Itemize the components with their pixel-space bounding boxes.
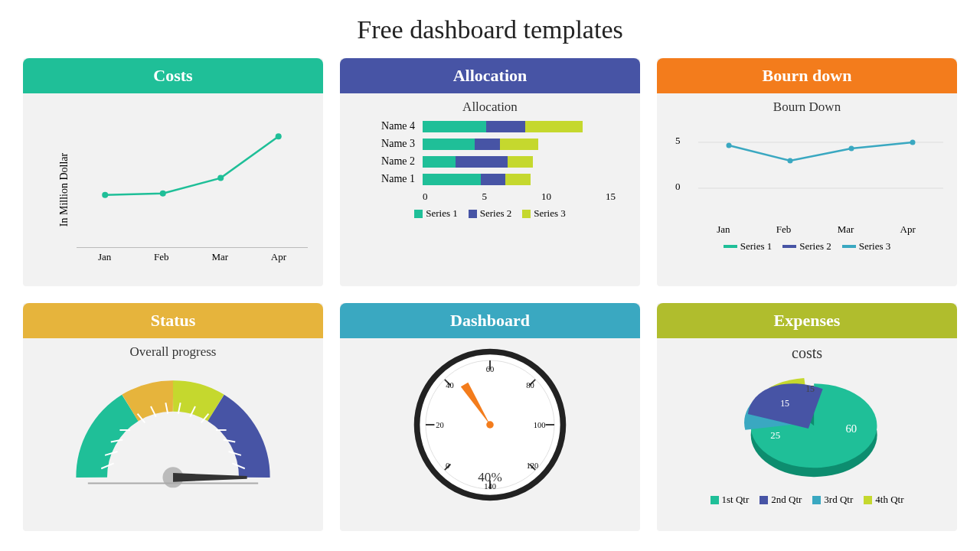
allocation-xtick: 15 — [606, 191, 616, 203]
dashboard-dial: 60 80 100 120 0 20 40 140 40% — [340, 338, 640, 531]
bourn-title: Bourn Down — [666, 99, 948, 115]
legend-label: 4th Qtr — [875, 494, 903, 506]
allocation-row-label: Name 1 — [368, 173, 415, 185]
costs-ylabel: In Million Dollar — [58, 153, 70, 227]
expenses-pie: costs 60 25 15 15 1st Qtr 2nd Qtr 3rd Qt… — [657, 338, 957, 531]
bourn-xlabel: Feb — [776, 223, 792, 236]
card-bourn-header: Bourn down — [657, 58, 957, 93]
pie-slice-label: 25 — [770, 430, 780, 441]
legend-label: Series 2 — [799, 240, 831, 253]
card-costs: Costs In Million Dollar J — [23, 58, 323, 286]
pie-slice-label: 60 — [845, 422, 857, 435]
bourn-xlabel: Jan — [717, 223, 730, 236]
allocation-xtick: 0 — [423, 191, 428, 203]
card-expenses-header: Expenses — [657, 303, 957, 338]
costs-xlabel: Mar — [211, 251, 228, 263]
card-expenses: Expenses costs 60 25 15 15 1st Qtr 2nd Q… — [657, 303, 957, 531]
svg-point-7 — [788, 158, 793, 164]
allocation-title: Allocation — [349, 99, 631, 115]
dial-tick: 120 — [526, 461, 538, 470]
bourn-xlabel: Apr — [900, 223, 916, 236]
allocation-row-label: Name 3 — [368, 138, 415, 150]
legend-label: 1st Qtr — [722, 494, 750, 506]
dial-tick: 100 — [534, 421, 546, 429]
allocation-xtick: 10 — [541, 191, 551, 203]
svg-point-9 — [910, 140, 916, 145]
dial-tick: 0 — [446, 461, 449, 470]
bourn-chart: Bourn Down 5 0 Jan Feb Mar Apr — [657, 93, 957, 286]
legend-label: Series 1 — [426, 207, 458, 220]
bourn-ytick: 5 — [675, 135, 681, 147]
costs-xlabel: Jan — [98, 251, 111, 263]
allocation-chart: Allocation Name 4 Name 3 — [340, 93, 640, 286]
pie-icon: 60 25 15 15 — [723, 367, 891, 489]
costs-xlabel: Apr — [271, 251, 286, 263]
bourn-xlabel: Mar — [838, 223, 854, 236]
gauge-icon — [62, 364, 284, 494]
allocation-row-label: Name 2 — [368, 155, 415, 168]
allocation-row-label: Name 4 — [368, 120, 415, 132]
svg-point-8 — [849, 146, 854, 152]
pie-slice-label: 15 — [780, 398, 789, 409]
svg-point-38 — [486, 421, 494, 429]
status-gauge: Overall progress — [23, 338, 323, 531]
svg-marker-25 — [173, 473, 247, 482]
page-title: Free dashboard templates — [23, 15, 957, 44]
dial-tick: 60 — [486, 365, 495, 373]
dashboard-grid: Costs In Million Dollar J — [23, 58, 957, 531]
legend-label: Series 1 — [740, 240, 773, 253]
card-status-header: Status — [23, 303, 323, 338]
svg-point-6 — [727, 143, 732, 148]
dial-tick: 80 — [526, 381, 534, 390]
pie-slice-label: 15 — [805, 383, 815, 394]
card-dashboard: Dashboard 60 80 100 120 — [340, 303, 640, 531]
card-status: Status Overall progress — [23, 303, 323, 531]
card-dashboard-header: Dashboard — [340, 303, 640, 338]
legend-label: 2nd Qtr — [771, 494, 802, 506]
bourn-ytick: 0 — [675, 181, 681, 193]
costs-xlabel: Feb — [154, 251, 169, 263]
expenses-title: costs — [792, 344, 822, 362]
card-bourn-down: Bourn down Bourn Down 5 0 Jan Feb — [657, 58, 957, 286]
dial-tick: 40 — [446, 381, 454, 390]
legend-label: 3rd Qtr — [824, 494, 853, 506]
status-title: Overall progress — [130, 344, 217, 360]
dial-icon: 60 80 100 120 0 20 40 140 40% — [410, 344, 570, 505]
dial-tick: 20 — [436, 421, 444, 429]
dial-value: 40% — [478, 470, 501, 484]
card-allocation-header: Allocation — [340, 58, 640, 93]
allocation-xtick: 5 — [482, 191, 488, 203]
card-allocation: Allocation Allocation Name 4 Name 3 — [340, 58, 640, 286]
legend-label: Series 2 — [480, 207, 512, 220]
card-costs-header: Costs — [23, 58, 323, 93]
legend-label: Series 3 — [859, 240, 891, 253]
costs-chart: In Million Dollar Jan Feb — [23, 93, 323, 286]
legend-label: Series 3 — [534, 207, 566, 220]
